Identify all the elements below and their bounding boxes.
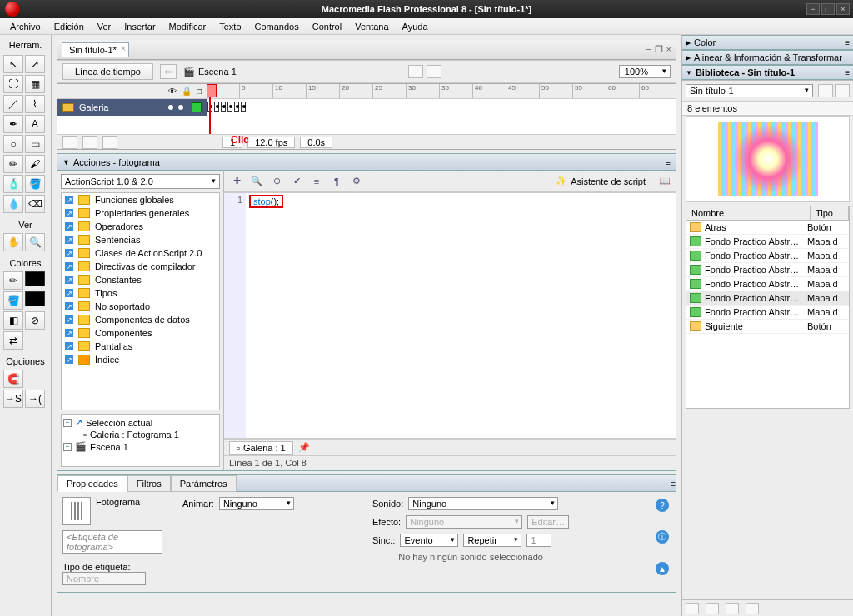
- no-color-button[interactable]: ⊘: [25, 311, 45, 330]
- outline-column-icon[interactable]: □: [197, 87, 202, 96]
- menu-archivo[interactable]: Archivo: [3, 22, 47, 32]
- new-folder-icon[interactable]: [82, 136, 97, 149]
- menu-ventana[interactable]: Ventana: [348, 22, 395, 32]
- scene-breadcrumb[interactable]: 🎬 Escena 1: [183, 67, 237, 77]
- minimize-button[interactable]: −: [806, 3, 820, 15]
- collapse-icon[interactable]: ▼: [62, 158, 70, 166]
- layer-row[interactable]: Galeria: [57, 99, 207, 116]
- new-layer-icon[interactable]: [62, 136, 77, 149]
- tree-node[interactable]: Operadores: [95, 221, 143, 231]
- col-name[interactable]: Nombre: [686, 206, 811, 220]
- subselection-tool[interactable]: ↗: [25, 55, 45, 73]
- delete-layer-icon[interactable]: [102, 136, 117, 149]
- script-editor[interactable]: 1 stop();: [224, 192, 676, 439]
- text-tool[interactable]: A: [25, 115, 45, 133]
- zoom-tool[interactable]: 🔍: [25, 233, 45, 251]
- rectangle-tool[interactable]: ▭: [25, 135, 45, 153]
- info-icon[interactable]: ⓘ: [656, 530, 669, 544]
- actions-toolbox[interactable]: ↗Funciones globales ↗Propiedades general…: [61, 192, 220, 410]
- pen-tool[interactable]: ✒: [3, 115, 23, 133]
- frame-label-input[interactable]: <Etiqueta de fotograma>: [62, 530, 162, 554]
- script-navigator[interactable]: −↗Selección actual ▫Galeria : Fotograma …: [61, 414, 220, 467]
- tree-node[interactable]: Componentes: [95, 328, 152, 338]
- library-item[interactable]: Fondo Practico Abstrac...Mapa d: [686, 277, 849, 291]
- properties-lib-icon[interactable]: [726, 603, 739, 614]
- tree-node[interactable]: Tipos: [95, 288, 117, 298]
- tab-filtros[interactable]: Filtros: [127, 475, 171, 492]
- code-hint-icon[interactable]: ¶: [329, 174, 344, 189]
- col-type[interactable]: Tipo: [811, 206, 849, 220]
- eraser-tool[interactable]: ⌫: [25, 195, 45, 213]
- loop-count-input[interactable]: 1: [526, 534, 551, 547]
- line-tool[interactable]: ／: [3, 95, 23, 113]
- new-library-icon[interactable]: [835, 84, 850, 97]
- fill-color-swatch[interactable]: [25, 291, 45, 306]
- pin-script-icon[interactable]: 📌: [298, 442, 310, 453]
- find-icon[interactable]: 🔍: [249, 174, 264, 189]
- document-tab[interactable]: Sin título-1*: [62, 42, 129, 57]
- stroke-color-swatch[interactable]: [25, 271, 45, 286]
- library-item[interactable]: Fondo Practico AbstractoMapa d: [686, 235, 849, 249]
- library-item[interactable]: Fondo Practico Abstrac...Mapa d: [686, 306, 849, 320]
- menu-ayuda[interactable]: Ayuda: [396, 22, 435, 32]
- sound-dropdown[interactable]: Ninguno: [408, 497, 558, 510]
- library-item[interactable]: Fondo Practico Abstrac...Mapa d: [686, 249, 849, 263]
- library-item[interactable]: AtrasBotón: [686, 221, 849, 235]
- menu-edicion[interactable]: Edición: [47, 22, 91, 32]
- library-item[interactable]: Fondo Practico Abstrac...Mapa d: [686, 263, 849, 277]
- swap-color-button[interactable]: ⇄: [3, 331, 23, 350]
- oval-tool[interactable]: ○: [3, 135, 23, 153]
- menu-ver[interactable]: Ver: [91, 22, 118, 32]
- tree-node-index[interactable]: Índice: [95, 355, 119, 365]
- scene-item[interactable]: Escena 1: [90, 442, 128, 452]
- timeline-toggle-button[interactable]: Línea de tiempo: [62, 63, 153, 80]
- gradient-tool[interactable]: ▦: [25, 75, 45, 93]
- close-button[interactable]: ×: [836, 3, 850, 15]
- selection-item[interactable]: Galeria : Fotograma 1: [90, 430, 179, 440]
- menu-control[interactable]: Control: [306, 22, 348, 32]
- delete-lib-icon[interactable]: [746, 603, 759, 614]
- label-type-dropdown[interactable]: Nombre: [62, 572, 146, 585]
- add-script-icon[interactable]: ✚: [229, 174, 244, 189]
- tree-node[interactable]: No soportado: [95, 301, 150, 311]
- hand-tool[interactable]: ✋: [3, 233, 23, 251]
- menu-texto[interactable]: Texto: [212, 22, 247, 32]
- brush-tool[interactable]: 🖌: [25, 155, 45, 173]
- tree-node[interactable]: Directivas de compilador: [95, 261, 195, 271]
- library-document-dropdown[interactable]: Sin título-1: [686, 84, 813, 97]
- target-icon[interactable]: ⊕: [269, 174, 284, 189]
- bw-color-button[interactable]: ◧: [3, 311, 23, 330]
- new-folder-lib-icon[interactable]: [706, 603, 719, 614]
- new-symbol-icon[interactable]: [686, 603, 699, 614]
- doc-restore-icon[interactable]: ❐: [655, 44, 663, 55]
- library-item[interactable]: Fondo Practico Abstrac...Mapa d: [686, 291, 849, 306]
- debug-icon[interactable]: ⚙: [349, 174, 364, 189]
- pencil-tool[interactable]: ✏: [3, 155, 23, 173]
- edit-sound-button[interactable]: Editar…: [527, 515, 569, 529]
- fill-color-icon[interactable]: 🪣: [3, 291, 23, 310]
- script-pin-tab[interactable]: ▫Galeria : 1: [229, 441, 293, 455]
- tab-propiedades[interactable]: Propiedades: [57, 475, 127, 492]
- tree-node[interactable]: Constantes: [95, 275, 142, 285]
- actionscript-version-dropdown[interactable]: ActionScript 1.0 & 2.0: [61, 174, 220, 189]
- selection-tool[interactable]: ↖: [3, 55, 23, 73]
- tree-node[interactable]: Componentes de datos: [95, 315, 190, 325]
- props-menu-icon[interactable]: ≡: [671, 479, 676, 489]
- tree-node[interactable]: Pantallas: [95, 341, 132, 351]
- visibility-column-icon[interactable]: 👁: [168, 87, 177, 96]
- lasso-tool[interactable]: ⌇: [25, 95, 45, 113]
- straighten-option[interactable]: →(: [25, 390, 45, 408]
- doc-minimize-icon[interactable]: −: [646, 44, 651, 55]
- expand-icon[interactable]: ▲: [656, 562, 669, 575]
- panel-menu-icon[interactable]: ≡: [666, 157, 671, 167]
- paint-bucket-tool[interactable]: 🪣: [25, 175, 45, 193]
- doc-close-icon[interactable]: ×: [666, 44, 671, 55]
- menu-insertar[interactable]: Insertar: [117, 22, 162, 32]
- sync-dropdown[interactable]: Evento: [400, 534, 458, 547]
- library-item[interactable]: SiguienteBotón: [686, 320, 849, 334]
- tree-node[interactable]: Funciones globales: [95, 195, 174, 205]
- scene-back-button[interactable]: ⇦: [160, 64, 177, 79]
- align-panel-header[interactable]: ▶Alinear & Información & Transformar: [682, 50, 853, 65]
- check-syntax-icon[interactable]: ✔: [289, 174, 304, 189]
- zoom-dropdown[interactable]: 100%: [619, 65, 671, 78]
